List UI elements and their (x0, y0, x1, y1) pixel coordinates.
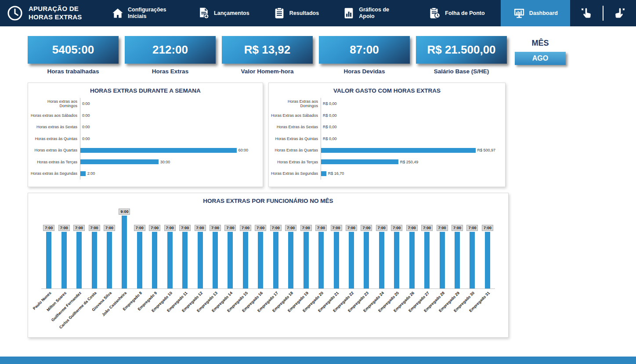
bar-track: R$ 0,00 (321, 110, 500, 122)
category-label: Horas Extras às Terças (271, 160, 321, 164)
top-nav-bar: APURAÇÃO DE HORAS EXTRAS Configurações I… (0, 0, 636, 26)
value-label: 7:00 (452, 225, 463, 231)
kpi-label: Salário Base (S/HE) (416, 68, 507, 75)
nav-item-configuracoes-iniciais[interactable]: Configurações Iniciais (104, 0, 182, 26)
bar-column: 7:00 (41, 225, 56, 289)
chart-document-icon (343, 7, 355, 19)
bar (46, 232, 51, 289)
bar (321, 148, 476, 153)
value-label: 7:00 (240, 225, 251, 231)
category-label: Horas Extras às Quintas (271, 137, 321, 141)
hand-gesture-left-icon[interactable] (576, 6, 597, 20)
value-label: 7:00 (482, 225, 493, 231)
chart-row: Horas extras aos Domingos0:00 (30, 98, 257, 110)
nav-label: Dashboard (529, 10, 558, 17)
value-label: 7:00 (73, 225, 85, 231)
bar (409, 232, 415, 289)
home-icon (112, 7, 124, 19)
gesture-divider (603, 6, 603, 21)
bar-track: 0:00 (80, 133, 257, 145)
bar-column: 7:00 (329, 225, 343, 289)
bar-column: 7:00 (87, 225, 101, 289)
bar-column: 7:00 (192, 225, 207, 289)
app-title: APURAÇÃO DE HORAS EXTRAS (29, 5, 98, 22)
value-label: 7:00 (149, 225, 160, 231)
month-selector-button[interactable]: AGO (515, 52, 566, 65)
value-label: 7:00 (195, 225, 206, 231)
value-label: 7:00 (300, 225, 312, 231)
bar-track: 2:00 (80, 168, 257, 180)
value-label: 7:00 (270, 225, 282, 231)
chart-row: Horas Extras às QuintasR$ 0,00 (271, 133, 500, 145)
nav-item-graficos-de-apoio[interactable]: Gráficos de Apoio (335, 0, 413, 26)
chart-panel-employees: HORAS EXTRAS POR FUNCIONÁRIO NO MÊS 7:00… (28, 193, 509, 338)
kpi-value-card: 87:00 (319, 36, 410, 64)
nav-label: Folha de Ponto (445, 10, 484, 17)
bar-column: 7:00 (450, 225, 465, 289)
nav-label: Gráficos de Apoio (359, 7, 405, 20)
hand-gesture-right-icon[interactable] (609, 6, 630, 20)
value-label: 2:00 (87, 171, 95, 176)
value-label: R$ 250,49 (400, 160, 419, 164)
bar-column: 7:00 (177, 225, 192, 289)
nav-label: Lançamentos (214, 10, 249, 17)
bar-column: 7:00 (359, 225, 374, 289)
value-label: R$ 500,97 (477, 148, 496, 152)
bar-column: 7:00 (314, 225, 329, 289)
bar-track: R$ 500,97 (321, 144, 500, 156)
bar (198, 232, 203, 289)
bar (321, 171, 326, 176)
bar-column: 7:00 (374, 225, 389, 289)
value-label: 7:00 (376, 225, 387, 231)
value-label: 7:00 (210, 225, 221, 231)
category-label: Horas Extras às Quartas (271, 148, 321, 152)
chart-category-axis: Paulo NunesMilton SoaresGuilherme Fernan… (41, 289, 495, 335)
bar-column: 7:00 (132, 225, 147, 289)
kpi-horas-devidas: 87:00 Horas Devidas (319, 36, 410, 75)
nav-item-dashboard[interactable]: Dashboard (501, 0, 570, 26)
kpi-label: Horas Devidas (319, 68, 410, 75)
category-label: Empregado 31 (480, 289, 495, 335)
bar-track: R$ 0,00 (321, 121, 500, 133)
chart-row: Horas Extras às SextasR$ 0,00 (271, 121, 500, 133)
nav-label: Configurações Iniciais (128, 7, 174, 20)
bar-column: 7:00 (223, 225, 238, 289)
value-label: 7:00 (58, 225, 70, 231)
nav-item-lancamentos[interactable]: Lançamentos (190, 0, 257, 26)
value-label: 7:00 (406, 225, 418, 231)
bar (137, 232, 142, 289)
chart-row: Horas extras às Quartas60:00 (30, 144, 257, 156)
bar (213, 232, 218, 289)
bar (304, 232, 309, 289)
value-label: 7:00 (134, 225, 145, 231)
bar (80, 171, 86, 176)
nav-item-resultados[interactable]: Resultados (265, 0, 327, 26)
value-label: 0:00 (82, 113, 90, 118)
kpi-valor-homem-hora: R$ 13,92 Valor Homem-hora (222, 36, 313, 75)
chart-panel-week-cost: VALOR GASTO COM HORAS EXTRAS Horas Extra… (268, 83, 506, 187)
kpi-label: Horas Extras (125, 68, 216, 75)
bar (379, 232, 384, 289)
category-label: Horas Extras aos Domingos (271, 99, 321, 108)
chart-title: HORAS EXTRAS POR FUNCIONÁRIO NO MÊS (28, 193, 508, 204)
value-label: 0:00 (82, 125, 90, 129)
category-label: Horas extras às Quartas (30, 148, 80, 152)
kpi-value: 212:00 (152, 43, 188, 57)
monitor-chart-icon (513, 7, 525, 19)
value-label: 60:00 (238, 148, 249, 152)
chart-title: VALOR GASTO COM HORAS EXTRAS (269, 83, 505, 94)
value-label: R$ 16,70 (328, 171, 344, 176)
chart-row: Horas extras às Segundas2:00 (30, 168, 257, 180)
kpi-label: Horas trabalhadas (28, 68, 119, 75)
bar-track: 30:00 (80, 156, 257, 168)
value-label: R$ 0,00 (323, 113, 337, 118)
clipboard-clock-icon (429, 7, 441, 19)
chart-title: HORAS EXTRAS DURANTE A SEMANA (28, 83, 263, 94)
bar-column: 7:00 (480, 225, 495, 289)
bar-column: 7:00 (298, 225, 313, 289)
chart-plot-area: Horas Extras aos DomingosR$ 0,00Horas Ex… (269, 94, 505, 181)
nav-item-folha-de-ponto[interactable]: Folha de Ponto (421, 0, 492, 26)
value-label: 7:00 (466, 225, 478, 231)
bar (321, 159, 398, 164)
bar (334, 232, 339, 289)
